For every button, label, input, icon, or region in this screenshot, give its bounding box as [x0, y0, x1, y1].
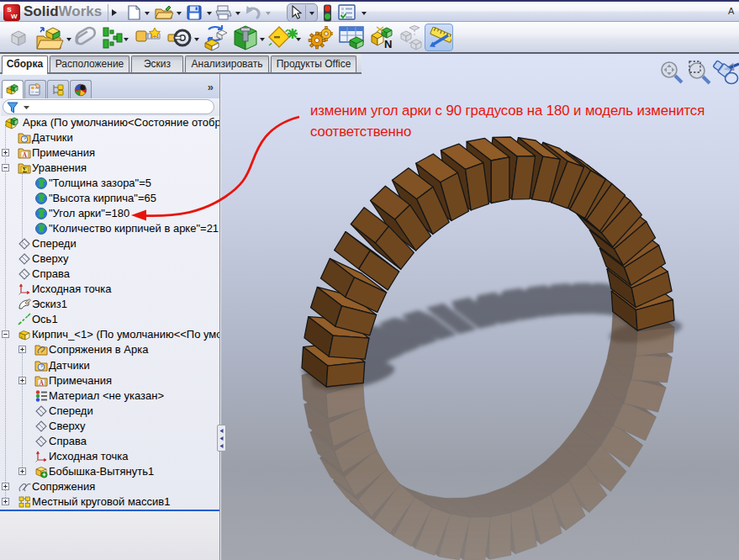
svg-text:Σ: Σ	[23, 166, 27, 173]
svg-text:A: A	[23, 151, 28, 158]
svg-text:N: N	[384, 38, 392, 50]
svg-text:W: W	[11, 13, 18, 20]
svg-text:A: A	[40, 378, 45, 386]
